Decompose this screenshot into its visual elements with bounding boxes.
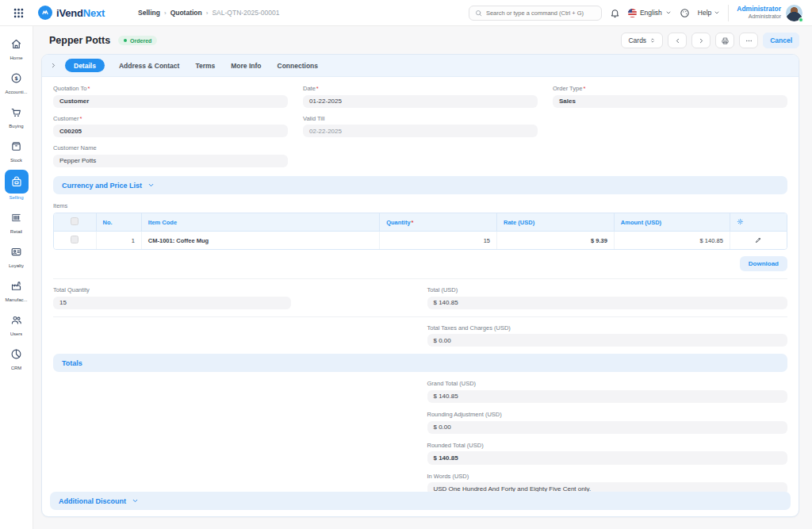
sidebar-item-retail[interactable]: Retail xyxy=(0,207,33,234)
total-taxes-value: $ 0.00 xyxy=(427,334,788,347)
app-logo[interactable]: iVendNext xyxy=(38,6,105,20)
download-button[interactable]: Download xyxy=(740,256,787,271)
select-all-checkbox[interactable] xyxy=(71,217,79,225)
col-rate: Rate (USD) xyxy=(497,213,615,232)
quotation-to-input[interactable]: Customer xyxy=(53,95,288,108)
breadcrumb-separator: › xyxy=(164,10,167,17)
order-type-select[interactable]: Sales xyxy=(553,95,787,108)
language-label: English xyxy=(640,9,662,17)
field-customer-name: Customer Name Pepper Potts xyxy=(53,144,288,167)
item-no: 1 xyxy=(97,232,142,249)
tab-details[interactable]: Details xyxy=(65,59,105,72)
section-totals[interactable]: Totals xyxy=(53,354,787,372)
field-grand-total: Grand Total (USD) $ 140.85 xyxy=(427,380,788,403)
page-title: Pepper Potts xyxy=(49,35,110,46)
grand-total-value: $ 140.85 xyxy=(427,390,788,403)
sidebar-item-loyalty[interactable]: Loyalty xyxy=(0,241,33,268)
tab-connections[interactable]: Connections xyxy=(276,59,320,72)
quotation-form-card: Details Address & Contact Terms More Inf… xyxy=(41,54,799,517)
item-code-cell[interactable]: CM-1001: Coffee Mug xyxy=(142,232,380,249)
field-rounded-total: Rounded Total (USD) $ 140.85 xyxy=(427,442,788,465)
required-asterisk: * xyxy=(316,85,319,92)
required-asterisk: * xyxy=(412,219,414,226)
ellipsis-icon xyxy=(745,36,753,45)
edit-row-pencil-icon[interactable] xyxy=(730,232,787,249)
users-icon xyxy=(6,309,27,330)
notifications-bell-icon[interactable] xyxy=(610,8,620,18)
tab-terms[interactable]: Terms xyxy=(193,59,216,72)
valid-till-input[interactable]: 02-22-2025 xyxy=(303,125,538,137)
chevron-right-icon xyxy=(698,37,705,44)
required-asterisk: * xyxy=(583,85,585,92)
selling-icon xyxy=(5,170,29,194)
section-additional-discount[interactable]: Additional Discount xyxy=(50,492,791,510)
loyalty-icon xyxy=(6,241,27,262)
customer-name-input[interactable]: Pepper Potts xyxy=(53,155,288,167)
next-record-button[interactable] xyxy=(691,33,710,48)
chevron-left-icon xyxy=(674,37,681,44)
accounting-icon: $ xyxy=(6,67,27,88)
sidebar-item-home[interactable]: Home xyxy=(0,33,33,60)
item-rate-cell[interactable]: $ 9.39 xyxy=(497,232,615,249)
buying-icon xyxy=(6,102,27,122)
user-menu[interactable]: Administrator Administrator xyxy=(728,5,802,21)
language-selector[interactable]: English xyxy=(628,9,672,17)
chevron-down-icon xyxy=(132,497,139,504)
tab-address-contact[interactable]: Address & Contact xyxy=(117,59,182,72)
breadcrumb-selling[interactable]: Selling xyxy=(138,9,160,17)
required-asterisk: * xyxy=(87,85,90,92)
sidebar-item-buying[interactable]: Buying xyxy=(0,102,33,128)
col-quantity: Quantity* xyxy=(380,213,497,232)
global-search[interactable] xyxy=(469,6,602,21)
sidebar-item-stock[interactable]: Stock xyxy=(0,136,33,163)
logo-text-ivend: iVend xyxy=(56,7,83,19)
field-valid-till: Valid Till 02-22-2025 xyxy=(303,115,538,138)
user-name: Administrator xyxy=(737,5,781,13)
user-avatar[interactable] xyxy=(786,5,802,21)
field-order-type: Order Type* Sales xyxy=(553,85,787,108)
prev-record-button[interactable] xyxy=(668,33,687,48)
field-rounding-adjustment: Rounding Adjustment (USD) $ 0.00 xyxy=(427,411,788,434)
chevron-down-icon xyxy=(665,10,672,16)
cancel-button[interactable]: Cancel xyxy=(763,33,799,48)
more-options-button[interactable] xyxy=(739,33,758,48)
apps-grid-icon[interactable] xyxy=(10,4,27,21)
date-input[interactable]: 01-22-2025 xyxy=(303,95,538,108)
item-amount-cell: $ 140.85 xyxy=(615,232,730,249)
sidebar-expand-icon[interactable] xyxy=(50,62,57,69)
sidebar-item-users[interactable]: Users xyxy=(0,309,33,336)
totals-row-1: Total Quantity 15 Total (USD) $ 140.85 xyxy=(53,278,787,316)
sidebar-item-manufacturing[interactable]: Manufac... xyxy=(0,275,33,302)
sidebar-item-selling[interactable]: Selling xyxy=(0,170,33,200)
us-flag-icon xyxy=(628,9,637,17)
sidebar-item-crm[interactable]: CRM xyxy=(0,343,33,370)
online-status-dot xyxy=(799,17,803,22)
breadcrumb-quotation[interactable]: Quotation xyxy=(170,9,202,17)
cards-button[interactable]: Cards xyxy=(621,33,663,48)
required-asterisk: * xyxy=(80,115,82,122)
theme-palette-icon[interactable] xyxy=(680,8,690,18)
retail-icon xyxy=(6,207,27,228)
breadcrumb-separator: › xyxy=(206,10,209,17)
main-content: Pepper Potts Ordered Cards Cancel xyxy=(33,26,812,529)
details-fields: Quotation To* Customer Customer* C00205 … xyxy=(53,85,787,174)
field-total: Total (USD) $ 140.85 xyxy=(427,286,788,309)
breadcrumb: Selling › Quotation › SAL-QTN-2025-00001 xyxy=(138,9,279,17)
form-tabs: Details Address & Contact Terms More Inf… xyxy=(42,55,799,77)
help-label: Help xyxy=(698,9,711,17)
customer-input[interactable]: C00205 xyxy=(53,125,288,137)
table-settings-gear-icon[interactable] xyxy=(730,213,787,232)
items-table: No. Item Code Quantity* Rate (USD) Amoun… xyxy=(53,213,787,250)
row-checkbox[interactable] xyxy=(71,236,79,243)
sidebar-item-accounting[interactable]: $ Accounti... xyxy=(0,67,33,94)
tab-more-info[interactable]: More Info xyxy=(229,59,262,72)
search-input[interactable] xyxy=(486,10,596,17)
item-quantity-cell[interactable]: 15 xyxy=(380,232,497,249)
print-button[interactable] xyxy=(715,33,734,48)
total-quantity-value: 15 xyxy=(53,297,291,309)
top-navbar: iVendNext Selling › Quotation › SAL-QTN-… xyxy=(0,0,812,26)
help-menu[interactable]: Help xyxy=(698,9,720,17)
section-currency-price-list[interactable]: Currency and Price List xyxy=(53,176,787,194)
status-dot xyxy=(124,39,127,42)
totals-detail: Grand Total (USD) $ 140.85 Rounding Adju… xyxy=(53,380,787,503)
